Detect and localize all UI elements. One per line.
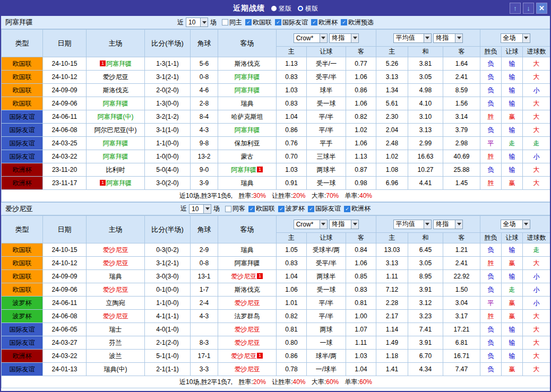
result-cell: 大 <box>523 110 550 124</box>
filter-checkbox[interactable]: ✓欧国联 <box>248 204 275 213</box>
odds-cell: 0.70 <box>277 150 307 163</box>
titlebar-buttons: ↑ ↓ ✕ <box>510 3 547 14</box>
filter-checkbox[interactable]: 同客 <box>225 204 245 213</box>
odds-cell: 5.26 <box>376 57 408 71</box>
result-group: 全场 <box>480 30 550 47</box>
match-row: 国际友谊24-03-27芬兰2-1(2-0)8-3爱沙尼亚0.80一球1.111… <box>2 336 550 350</box>
filter-checkbox[interactable]: 同主 <box>222 18 242 27</box>
odds-cell: 1.04 <box>277 270 307 283</box>
col-avg-away: 客 <box>443 47 480 57</box>
result-cell: 输 <box>502 124 523 137</box>
odds-cell: 3.05 <box>408 257 443 270</box>
odds-cell: 3.13 <box>408 124 443 137</box>
filter-checkbox[interactable]: ✓国际友谊 <box>275 18 308 27</box>
team-name: 瑞典 <box>109 273 122 280</box>
team-name: 阿塞拜疆 <box>235 86 260 94</box>
date-cell: 24-09-06 <box>43 97 87 110</box>
match-row: 国际友谊24-01-13瑞典(中)2-1(1-1)3-3爱沙尼亚0.78一/球半… <box>2 363 550 376</box>
dropdown-arrow-icon <box>203 205 211 213</box>
col-avg-draw: 和 <box>408 233 443 243</box>
odds-cell: 1.08 <box>376 163 408 177</box>
filter-checkbox[interactable]: ✓欧洲杯 <box>311 18 338 27</box>
result-cell: 负 <box>480 124 502 137</box>
scope-select[interactable]: 全场 <box>501 33 530 43</box>
col-odds-handicap: 让球 <box>307 47 346 57</box>
bookmaker-select[interactable]: Crow* <box>294 33 328 43</box>
odds-cell: 一球 <box>307 336 346 350</box>
final-odds-select[interactable]: 终指 <box>329 220 359 229</box>
filter-checkbox[interactable]: ✓欧国联 <box>245 18 272 27</box>
checkbox-checked-icon: ✓ <box>248 206 255 212</box>
competition-type-cell: 欧国联 <box>2 97 43 110</box>
near-label: 近 <box>177 18 184 27</box>
col-home: 主场 <box>87 30 145 57</box>
filter-checkbox[interactable]: ✓波罗杯 <box>278 204 305 213</box>
odds-cell: 8.59 <box>443 84 480 97</box>
away-team-cell: 哈萨克斯坦 <box>218 110 277 124</box>
match-row: 欧洲杯23-11-20比利时5-0(4-0)9-0阿塞拜疆11.03两球半0.8… <box>2 163 550 177</box>
recent-count-select[interactable]: 10 <box>186 18 208 27</box>
odds-cell: 受半/一 <box>307 57 346 71</box>
date-cell: 24-06-08 <box>43 310 87 323</box>
odds-cell: 1.14 <box>376 323 408 336</box>
average-odds-select[interactable]: 平均值 <box>393 33 432 43</box>
odds-cell: 16.71 <box>443 350 480 363</box>
final-odds-select[interactable]: 终指 <box>433 220 463 229</box>
final-odds-select[interactable]: 终指 <box>433 33 463 43</box>
move-down-button[interactable]: ↓ <box>523 3 534 14</box>
near-label: 近 <box>180 204 187 213</box>
odds-cell: 0.98 <box>346 177 376 190</box>
dropdown-arrow-icon <box>455 220 462 229</box>
recent-count-select[interactable]: 10 <box>189 204 211 214</box>
final-odds-select[interactable]: 终指 <box>329 33 359 43</box>
date-cell: 24-06-11 <box>43 110 87 124</box>
handicap-odds-group: Crow* 终指 <box>277 30 376 47</box>
layout-vertical-radio[interactable]: 竖版 <box>271 4 291 13</box>
odds-cell: 2.30 <box>376 110 408 124</box>
rank-badge: 1 <box>100 60 106 66</box>
competition-type-cell: 欧洲杯 <box>2 350 43 363</box>
matches-table-estonia: 类型 日期 主场 比分(半场) 角球 客场 Crow* 终指 平均值 终指 全场 <box>1 215 550 388</box>
competition-type-cell: 欧国联 <box>2 270 43 283</box>
match-row: 国际友谊24-03-22阿塞拜疆1-0(0-0)13-2蒙古0.70三球半1.1… <box>2 150 550 163</box>
matches-table-azerbaijan: 类型 日期 主场 比分(半场) 角球 客场 Crow* 终指 平均值 终指 全场 <box>1 29 550 202</box>
home-team-cell: 爱沙尼亚 <box>87 257 145 270</box>
odds-cell: 平/半 <box>307 110 346 124</box>
competition-type-cell: 波罗杯 <box>2 297 43 310</box>
select-value: 终指 <box>434 33 455 42</box>
corner-cell: 2-8 <box>191 97 218 110</box>
away-team-cell: 瑞典 <box>218 243 277 257</box>
col-handicap-result: 让球 <box>502 233 523 243</box>
result-cell: 负 <box>480 71 502 84</box>
odds-cell: 平手 <box>307 137 346 150</box>
team-name: 爱沙尼亚 <box>235 326 260 333</box>
col-avg-draw: 和 <box>408 47 443 57</box>
col-wdl: 胜负 <box>480 47 502 57</box>
team-name: 阿塞拜疆 <box>235 126 260 134</box>
match-row: 波罗杯24-06-08爱沙尼亚4-1(1-1)4-3法罗群岛0.82平/半1.0… <box>2 310 550 323</box>
col-type: 类型 <box>2 216 43 243</box>
scope-select[interactable]: 全场 <box>501 220 530 229</box>
filter-checkbox[interactable]: ✓欧洲杯 <box>344 204 371 213</box>
corner-cell: 5-6 <box>191 57 218 71</box>
close-button[interactable]: ✕ <box>536 3 547 14</box>
odds-cell: 0.86 <box>277 350 307 363</box>
layout-horizontal-radio[interactable]: 横版 <box>298 4 318 13</box>
competition-type-cell: 国际友谊 <box>2 323 43 336</box>
stat-label: 让胜率: <box>272 192 292 199</box>
dropdown-arrow-icon <box>522 34 530 42</box>
team-name: 爱沙尼亚 <box>231 352 256 360</box>
radio-selected-icon <box>298 6 303 11</box>
col-avg-home: 主 <box>376 233 408 243</box>
move-up-button[interactable]: ↑ <box>510 3 521 14</box>
filter-checkbox[interactable]: ✓国际友谊 <box>308 204 341 213</box>
team-name: 立陶宛 <box>106 299 125 307</box>
bookmaker-select[interactable]: Crow* <box>294 220 328 229</box>
match-row: 欧国联24-09-06阿塞拜疆1-3(0-0)2-8瑞典0.83受一球1.065… <box>2 97 550 110</box>
average-odds-select[interactable]: 平均值 <box>393 220 432 229</box>
odds-cell: 1.41 <box>376 363 408 376</box>
filter-checkbox[interactable]: ✓欧洲预选 <box>341 18 374 27</box>
result-cell: 赢 <box>502 110 523 124</box>
odds-cell: 0.80 <box>277 336 307 350</box>
result-cell: 大 <box>523 363 550 376</box>
